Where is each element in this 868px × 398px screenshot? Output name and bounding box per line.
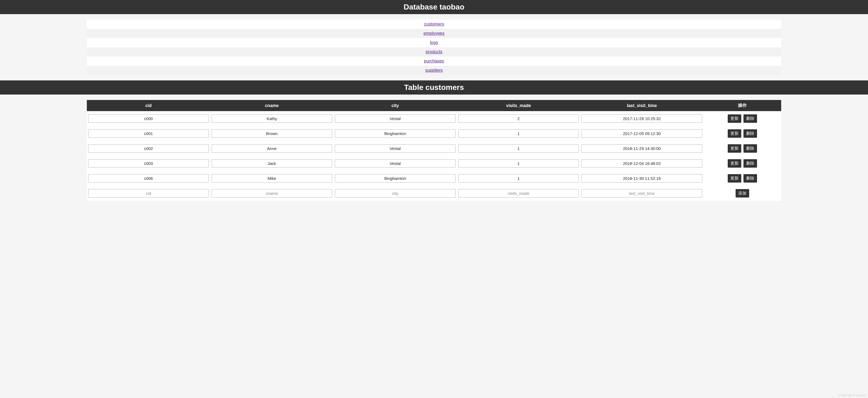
input-city[interactable]: [335, 174, 456, 182]
nav-item-products: products: [87, 47, 781, 57]
input-visits-made[interactable]: [458, 114, 579, 123]
input-cname[interactable]: [212, 114, 332, 123]
nav-link-customers[interactable]: customers: [424, 22, 444, 26]
add-input-city[interactable]: [335, 189, 456, 198]
input-visits-made[interactable]: [458, 174, 579, 182]
customers-table-container: cid cname city visits_made last_visit_ti…: [87, 100, 781, 201]
input-city[interactable]: [335, 129, 456, 138]
nav-link-employees[interactable]: employees: [424, 31, 444, 36]
input-cid[interactable]: [88, 114, 209, 123]
add-input-visits-made[interactable]: [458, 189, 579, 198]
nav-item-customers: customers: [87, 20, 781, 29]
input-last-visit-time[interactable]: [582, 114, 702, 123]
delete-button[interactable]: 删除: [743, 174, 757, 182]
input-cname[interactable]: [212, 159, 332, 168]
input-last-visit-time[interactable]: [582, 144, 702, 153]
header-last-visit-time: last_visit_time: [580, 100, 704, 111]
input-last-visit-time[interactable]: [582, 129, 702, 138]
input-cid[interactable]: [88, 144, 209, 153]
input-visits-made[interactable]: [458, 129, 579, 138]
update-button[interactable]: 更新: [728, 174, 741, 182]
input-city[interactable]: [335, 114, 456, 123]
input-cid[interactable]: [88, 174, 209, 182]
update-button[interactable]: 更新: [728, 144, 741, 153]
nav-link-products[interactable]: products: [426, 50, 442, 54]
database-title: Database taobao: [403, 3, 464, 11]
delete-button[interactable]: 删除: [743, 159, 757, 168]
delete-button[interactable]: 删除: [743, 129, 757, 138]
input-cid[interactable]: [88, 129, 209, 138]
input-city[interactable]: [335, 144, 456, 153]
header-actions: 操作: [704, 100, 781, 111]
database-title-bar: Database taobao: [0, 0, 868, 14]
table-row: 更新 删除: [87, 111, 781, 126]
nav-link-logs[interactable]: logs: [430, 40, 438, 45]
add-input-cname[interactable]: [212, 189, 332, 198]
input-cname[interactable]: [212, 129, 332, 138]
delete-button[interactable]: 删除: [743, 114, 757, 123]
table-header-row: cid cname city visits_made last_visit_ti…: [87, 100, 781, 111]
header-cid: cid: [87, 100, 210, 111]
table-row: 更新 删除: [87, 171, 781, 186]
update-button[interactable]: 更新: [728, 159, 741, 168]
delete-button[interactable]: 删除: [743, 144, 757, 153]
header-cname: cname: [210, 100, 334, 111]
nav-item-logs: logs: [87, 38, 781, 47]
input-cname[interactable]: [212, 174, 332, 182]
input-last-visit-time[interactable]: [582, 159, 702, 168]
add-button[interactable]: 添加: [736, 189, 749, 198]
nav-item-purchases: purchases: [87, 57, 781, 66]
input-visits-made[interactable]: [458, 144, 579, 153]
add-input-last-visit-time[interactable]: [582, 189, 702, 198]
customers-table: cid cname city visits_made last_visit_ti…: [87, 100, 781, 201]
add-input-cid[interactable]: [88, 189, 209, 198]
input-cname[interactable]: [212, 144, 332, 153]
nav-item-suppliers: suppliers: [87, 66, 781, 75]
input-city[interactable]: [335, 159, 456, 168]
header-city: city: [334, 100, 457, 111]
table-title: Table customers: [404, 83, 464, 91]
table-row: 更新 删除: [87, 141, 781, 156]
table-nav: customers employees logs products purcha…: [87, 20, 781, 75]
input-cid[interactable]: [88, 159, 209, 168]
nav-link-purchases[interactable]: purchases: [424, 59, 444, 63]
table-title-bar: Table customers: [0, 80, 868, 94]
header-visits-made: visits_made: [457, 100, 580, 111]
input-visits-made[interactable]: [458, 159, 579, 168]
table-row: 更新 删除: [87, 126, 781, 141]
nav-item-employees: employees: [87, 29, 781, 38]
table-row: 更新 删除: [87, 156, 781, 171]
update-button[interactable]: 更新: [728, 129, 741, 138]
nav-link-suppliers[interactable]: suppliers: [425, 68, 442, 73]
input-last-visit-time[interactable]: [582, 174, 702, 182]
update-button[interactable]: 更新: [728, 114, 741, 123]
table-add-row: 添加: [87, 186, 781, 201]
